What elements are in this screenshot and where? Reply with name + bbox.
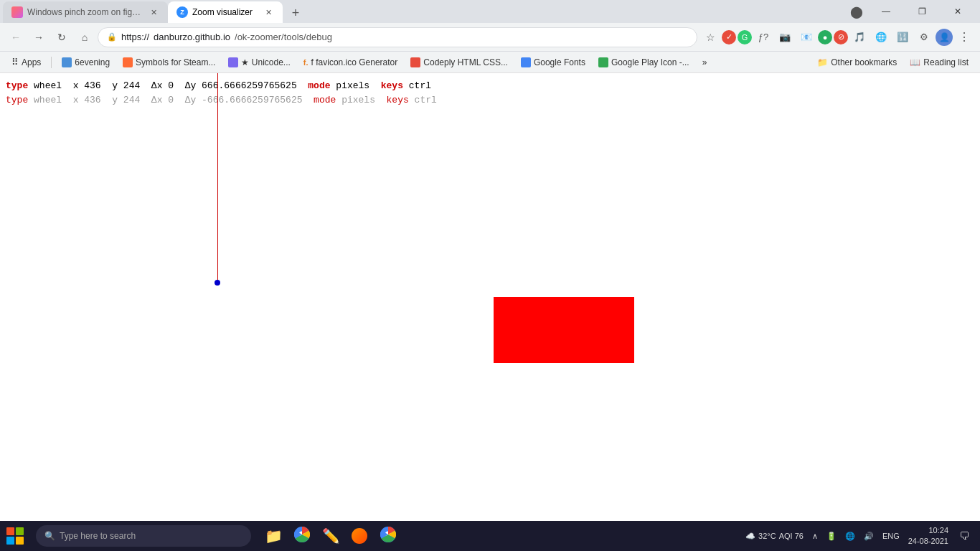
refresh-button[interactable]: ↻	[52, 27, 72, 47]
keys-keyword-1: keys	[381, 80, 403, 91]
maximize-button[interactable]: ❐	[905, 0, 938, 23]
keys-keyword-2: keys	[387, 95, 409, 105]
bm-separator-1	[51, 57, 52, 68]
ext8-icon[interactable]: 🎵	[849, 27, 870, 47]
profile-icon[interactable]: ⬤	[847, 1, 867, 22]
bm-apps[interactable]: ⠿ Apps	[6, 54, 47, 71]
datetime-area[interactable]: 10:24 24-08-2021	[905, 525, 951, 547]
new-tab-button[interactable]: +	[286, 3, 306, 23]
tab-zoom-title: Zoom visualizer	[192, 7, 263, 17]
star-icon[interactable]: ☆	[700, 27, 720, 47]
taskbar-file-explorer[interactable]: 📁	[260, 522, 287, 550]
temperature: 32°C	[758, 532, 776, 540]
event-1: wheel x 436 y 244 Δx 0 Δy 666.6666259765…	[34, 80, 308, 91]
minimize-button[interactable]: —	[870, 0, 903, 23]
lock-icon: 🔒	[107, 32, 117, 42]
chevron-icon: ∧	[812, 532, 818, 541]
close-button[interactable]: ✕	[941, 0, 974, 23]
mode-keyword-2: mode	[314, 95, 336, 105]
date-display: 24-08-2021	[908, 536, 948, 547]
mode-keyword-1: mode	[308, 80, 330, 91]
tab-zoom[interactable]: Z Zoom visualizer ✕	[168, 1, 283, 23]
url-domain: danburzo.github.io	[154, 32, 230, 42]
battery-tray[interactable]: 🔋	[824, 530, 839, 542]
url-path: /ok-zoomer/tools/debug	[235, 32, 332, 42]
bm-6evening[interactable]: 6evening	[56, 54, 116, 71]
time-display: 10:24	[928, 525, 948, 536]
ext5-icon[interactable]: 📧	[796, 27, 816, 47]
ext7-icon[interactable]: ⊘	[834, 30, 848, 44]
language-tray[interactable]: ENG	[880, 530, 903, 542]
figma-favicon-icon	[11, 6, 23, 18]
address-bar: ← → ↻ ⌂ 🔒 https://danburzo.github.io/ok-…	[0, 23, 980, 52]
tab-figma[interactable]: Windows pinch zoom on figma i... ✕	[3, 1, 168, 23]
bm-unicode[interactable]: ★ Unicode...	[222, 54, 296, 71]
home-button[interactable]: ⌂	[75, 27, 95, 47]
tab-figma-close[interactable]: ✕	[148, 6, 159, 18]
start-button[interactable]	[0, 521, 30, 551]
event-2: wheel x 436 y 244 Δx 0 Δy -666.666625976…	[34, 95, 314, 105]
bm-symbols[interactable]: Symbols for Steam...	[117, 54, 221, 71]
bm-6evening-label: 6evening	[75, 57, 110, 67]
bm-gplay[interactable]: Google Play Icon -...	[593, 54, 695, 71]
notification-icon: 🗨	[959, 530, 969, 542]
taskbar-search[interactable]: 🔍 Type here to search	[36, 525, 251, 547]
keys-val-1: ctrl	[409, 80, 431, 91]
forward-button[interactable]: →	[29, 27, 49, 47]
back-button[interactable]: ←	[6, 27, 26, 47]
debug-line-2: type wheel x 436 y 244 Δx 0 Δy -666.6666…	[6, 93, 437, 108]
file-explorer-icon: 📁	[265, 527, 283, 545]
address-bar-icons: ☆ ✓ G ƒ? 📷 📧 ● ⊘ 🎵 🌐 🔢 ⚙ 👤 ⋮	[700, 27, 974, 47]
ext9-icon[interactable]: 🌐	[871, 27, 891, 47]
weather-tray[interactable]: ☁️ 32°C AQI 76	[743, 530, 806, 542]
language-label: ENG	[882, 532, 900, 540]
profile-avatar[interactable]: 👤	[936, 29, 953, 46]
bm-other-bookmarks[interactable]: 📁 Other bookmarks	[811, 54, 903, 71]
bm-codeply[interactable]: Codeply HTML CSS...	[405, 54, 514, 71]
debug-output: type wheel x 436 y 244 Δx 0 Δy 666.66662…	[6, 79, 437, 107]
taskbar-chrome[interactable]	[288, 522, 316, 550]
bm-reading-list[interactable]: 📖 Reading list	[904, 54, 974, 71]
url-bar[interactable]: 🔒 https://danburzo.github.io/ok-zoomer/t…	[98, 27, 697, 47]
indicator-dot	[215, 280, 220, 286]
bm-codeply-label: Codeply HTML CSS...	[423, 57, 508, 67]
taskbar-figma[interactable]: ✏️	[317, 522, 344, 550]
bm-more-button[interactable]: »	[697, 54, 713, 71]
ext10-icon[interactable]: 🔢	[892, 27, 913, 47]
chevron-tray[interactable]: ∧	[809, 530, 821, 542]
ext1-icon[interactable]: ✓	[722, 30, 736, 44]
figma-taskbar-icon: ✏️	[322, 527, 340, 545]
weather-icon: ☁️	[745, 532, 755, 541]
taskbar: 🔍 Type here to search 📁 ✏️	[0, 521, 980, 551]
ext4-icon[interactable]: 📷	[775, 27, 795, 47]
ext2-icon[interactable]: G	[738, 30, 752, 44]
bm-fonts[interactable]: Google Fonts	[515, 54, 591, 71]
content-area: type wheel x 436 y 244 Δx 0 Δy 666.66662…	[0, 73, 980, 521]
url-protocol: https://	[121, 32, 149, 42]
taskbar-app-icons: 📁 ✏️	[260, 522, 402, 550]
bm-reading-label: Reading list	[923, 57, 969, 67]
taskbar-app4[interactable]	[346, 522, 373, 550]
debug-line-1: type wheel x 436 y 244 Δx 0 Δy 666.66662…	[6, 79, 437, 93]
type-keyword-1: type	[6, 80, 28, 91]
bookmarks-bar: ⠿ Apps 6evening Symbols for Steam... ★ U…	[0, 52, 980, 73]
network-tray[interactable]: 🌐	[842, 530, 858, 542]
zoom-favicon-icon: Z	[176, 6, 188, 18]
notification-button[interactable]: 🗨	[954, 526, 974, 546]
favicon-f-icon: f.	[303, 58, 308, 67]
extensions-icon[interactable]: ⚙	[914, 27, 934, 47]
red-rectangle	[494, 297, 634, 363]
menu-icon[interactable]: ⋮	[954, 27, 974, 47]
tab-zoom-close[interactable]: ✕	[263, 6, 274, 18]
volume-tray[interactable]: 🔊	[861, 530, 877, 542]
bm-more-label: »	[702, 57, 707, 67]
tabs-area: Windows pinch zoom on figma i... ✕ Z Zoo…	[0, 0, 847, 23]
symbols-icon	[123, 57, 133, 67]
system-tray: ☁️ 32°C AQI 76 ∧ 🔋 🌐 🔊 ENG 10:24 24-08-2…	[743, 525, 980, 547]
ext6-icon[interactable]: ●	[818, 30, 832, 44]
gplay-icon	[598, 57, 608, 67]
bm-fonts-label: Google Fonts	[534, 57, 585, 67]
taskbar-chrome2[interactable]	[374, 522, 402, 550]
bm-favicon-gen[interactable]: f. f favicon.ico Generator	[298, 54, 403, 71]
ext3-icon[interactable]: ƒ?	[753, 27, 773, 47]
